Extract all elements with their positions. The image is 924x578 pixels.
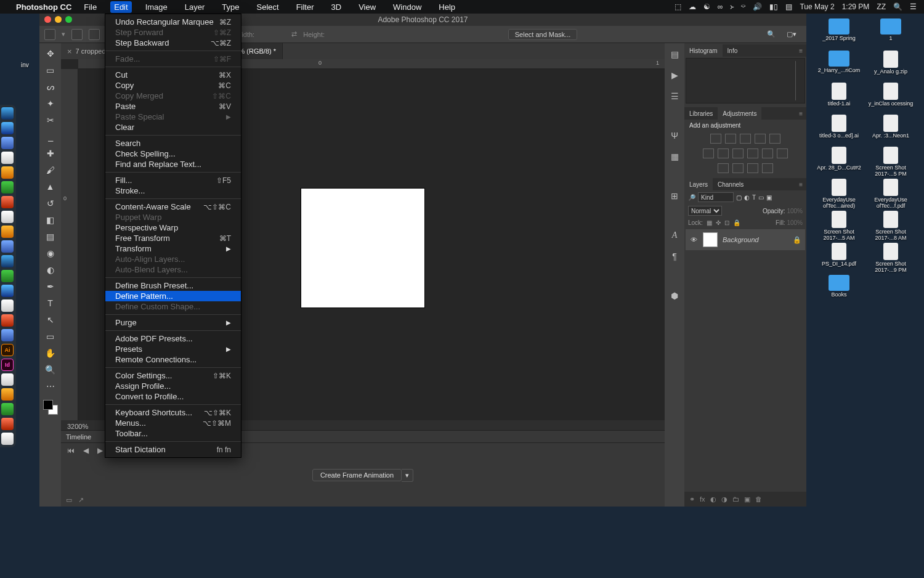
desktop-file[interactable]: Screen Shot 2017-...8 AM [867,211,914,240]
edit-menu-item[interactable]: Free Transform⌘T [105,233,241,243]
crop-tool[interactable]: ✂ [43,113,58,127]
desktop-file[interactable]: Books [816,275,862,304]
menu-filter[interactable]: Filter [293,1,318,13]
dodge-tool[interactable]: ◐ [43,263,58,277]
first-frame-icon[interactable]: ⏮ [67,446,75,455]
menu-select[interactable]: Select [253,1,282,13]
edit-menu-item[interactable]: Toolbar... [105,428,241,439]
desktop-file[interactable]: EverydayUse ofTec...f.pdf [867,179,914,208]
eraser-tool[interactable]: ◧ [43,213,58,227]
filter-pixel-icon[interactable]: ▢ [736,194,742,201]
blur-tool[interactable]: ◉ [43,246,58,260]
actions-panel-icon[interactable]: ▶ [671,70,678,80]
dock-reminders[interactable] [1,226,14,238]
wand-tool[interactable]: ✦ [43,97,58,110]
flag-icon[interactable]: ▤ [785,2,792,11]
lock-pixels-icon[interactable]: ▦ [707,219,712,226]
dock-notes[interactable] [1,211,14,223]
menu-help[interactable]: Help [435,1,459,13]
lasso-tool[interactable]: ᔕ [43,80,58,94]
zoom-tool[interactable]: 🔍 [43,363,58,377]
desktop-file[interactable]: Apr. 28_D...Cut#2 [816,147,862,176]
dock-facetime[interactable] [1,270,14,282]
color-swatch[interactable] [43,400,58,415]
dock-mail[interactable] [1,137,14,149]
path-tool[interactable]: ↖ [43,313,58,327]
glasses-icon[interactable]: ∞ [718,2,723,11]
tab-histogram[interactable]: Histogram [684,44,723,57]
pen-tool[interactable]: ✒ [43,280,58,293]
fill-value[interactable]: 100% [787,219,803,226]
filter-type-icon[interactable]: T [752,194,756,201]
edit-menu-item[interactable]: Perspective Warp [105,222,241,233]
cloud-icon[interactable]: ☁ [689,2,696,11]
edit-menu-item[interactable]: Color Settings...⇧⌘K [105,370,241,381]
tab-adjustments[interactable]: Adjustments [718,107,761,120]
swatches-panel-icon[interactable]: ▦ [671,152,679,161]
edit-menu-item[interactable]: Check Spelling... [105,149,241,159]
create-frame-animation-button[interactable]: Create Frame Animation [312,469,402,481]
channel-mixer-icon[interactable] [747,149,758,158]
menu-window[interactable]: Window [389,1,425,13]
posterize-icon[interactable] [777,149,788,158]
wifi-icon[interactable]: ⌔ [741,2,745,11]
lock-artboard-icon[interactable]: ⊡ [724,219,729,226]
3d-panel-icon[interactable]: ⬢ [671,291,678,301]
edit-menu-item[interactable]: Assign Profile... [105,381,241,391]
dock-app1[interactable] [1,166,14,179]
edit-menu-item[interactable]: Convert to Profile... [105,391,241,402]
menubar-user[interactable]: ZZ [877,2,886,11]
dock-trash[interactable] [1,433,14,445]
vibrance-icon[interactable] [769,134,780,144]
dock-photos[interactable] [1,255,14,267]
edit-menu-item[interactable]: Remote Connections... [105,354,241,365]
character-panel-icon[interactable]: ⊞ [671,191,678,201]
dock-messages[interactable] [1,181,14,193]
desktop-file[interactable]: EverydayUse ofTec...aired) [816,179,862,208]
filter-smart-icon[interactable]: ▣ [766,194,772,201]
edit-menu-item[interactable]: Find and Replace Text... [105,159,241,169]
menu-layer[interactable]: Layer [181,1,209,13]
dock-chrome[interactable] [1,418,14,430]
dock-app7[interactable] [1,403,14,415]
edit-menu-item[interactable]: Copy⌘C [105,80,241,91]
layer-name[interactable]: Background [723,236,788,243]
hue-icon[interactable] [703,149,714,158]
adjustment-layer-icon[interactable]: ◑ [721,495,727,503]
stamp-tool[interactable]: ▲ [43,180,58,193]
tab-libraries[interactable]: Libraries [684,107,718,120]
search-icon[interactable]: 🔍 [767,30,776,38]
edit-menu-item[interactable]: Fill...⇧F5 [105,175,241,185]
dock-indesign[interactable]: Id [1,359,14,371]
edit-menu-item[interactable]: Step Backward⌥⌘Z [105,38,241,48]
layer-thumbnail[interactable] [703,232,718,247]
zoom-display[interactable]: 3200% [67,423,88,430]
notification-icon[interactable]: ☰ [910,2,917,11]
desktop-file[interactable]: 2_Harry_...riCom [816,51,862,80]
lock-position-icon[interactable]: ✜ [716,219,721,226]
edit-menu-item[interactable]: Cut⌘X [105,70,241,80]
volume-icon[interactable]: 🔊 [753,2,762,11]
new-selection-icon[interactable] [71,29,83,40]
dock-finder[interactable] [1,107,14,120]
add-selection-icon[interactable] [89,29,100,40]
link-layers-icon[interactable]: ⚭ [689,495,695,503]
dock-illustrator[interactable]: Ai [1,344,14,356]
desktop-file[interactable]: Screen Shot 2017-...5 AM [816,211,862,240]
move-tool[interactable]: ✥ [43,47,58,60]
new-layer-icon[interactable]: ▣ [744,495,750,503]
workspace-icon[interactable]: ▢▾ [787,30,796,38]
shape-tool[interactable]: ▭ [43,330,58,343]
menu-view[interactable]: View [355,1,379,13]
edit-menu-item[interactable]: Stroke... [105,185,241,196]
bw-icon[interactable] [718,149,729,158]
prev-frame-icon[interactable]: ◀ [83,446,89,455]
gradient-map-icon[interactable] [747,163,758,173]
desktop-file[interactable]: Screen Shot 2017-...9 PM [867,243,914,272]
desktop-file[interactable]: y_inClas ocessing [867,83,914,112]
menubar-time[interactable]: 1:29 PM [842,2,870,11]
wechat-icon[interactable]: ☯ [703,2,710,11]
edit-menu-item[interactable]: Undo Rectangular Marquee⌘Z [105,17,241,27]
edit-menu-item[interactable]: Transform▶ [105,243,241,254]
dock-safari[interactable] [1,122,14,134]
